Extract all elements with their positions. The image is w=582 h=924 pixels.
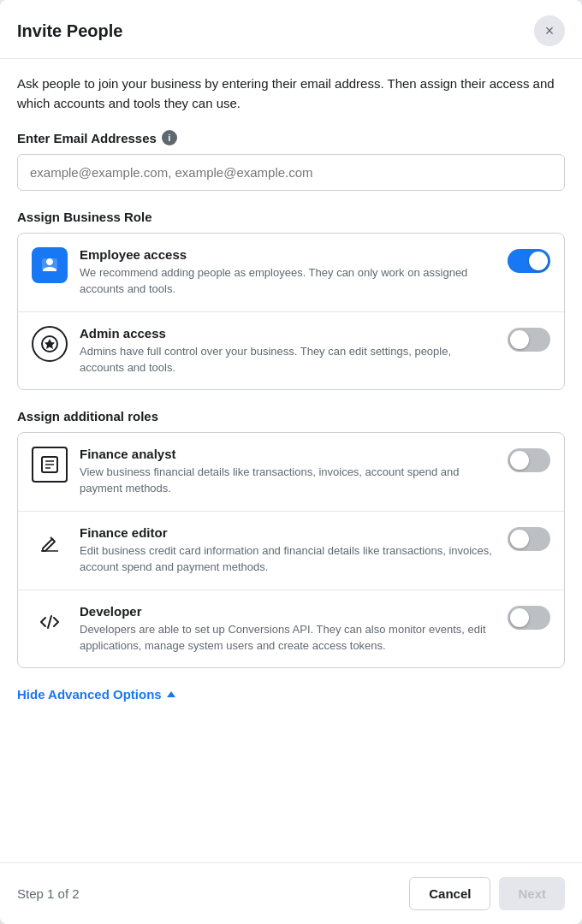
role-item-finance-editor: Finance editor Edit business credit card… [18, 512, 564, 590]
email-label-text: Enter Email Addresses [17, 131, 157, 145]
finance-analyst-toggle-knob [510, 451, 529, 470]
finance-editor-toggle-wrap [508, 525, 550, 551]
admin-role-desc: Admins have full control over your busin… [80, 344, 496, 376]
business-roles-box: Employee access We recommend adding peop… [17, 233, 565, 390]
footer-buttons: Cancel Next [409, 877, 565, 910]
role-item-finance-analyst: Finance analyst View business financial … [18, 433, 564, 512]
role-item-developer: Developer Developers are able to set up … [18, 590, 564, 668]
finance-editor-desc: Edit business credit card information an… [80, 543, 496, 576]
modal-title: Invite People [17, 21, 122, 41]
cancel-button[interactable]: Cancel [409, 877, 490, 910]
finance-analyst-toggle[interactable] [508, 448, 550, 472]
modal-footer: Step 1 of 2 Cancel Next [0, 862, 582, 924]
finance-editor-icon [32, 525, 68, 561]
business-role-label-text: Assign Business Role [17, 210, 152, 224]
developer-name: Developer [80, 604, 496, 619]
admin-toggle[interactable] [508, 328, 550, 352]
finance-analyst-name: Finance analyst [80, 447, 496, 461]
employee-toggle-wrap [508, 247, 550, 273]
admin-toggle-knob [510, 330, 529, 349]
finance-editor-toggle-knob [510, 530, 529, 548]
employee-toggle[interactable] [508, 249, 550, 273]
close-button[interactable]: × [534, 15, 565, 46]
modal-header: Invite People × [0, 0, 582, 59]
svg-marker-2 [45, 339, 55, 349]
next-button[interactable]: Next [499, 877, 565, 910]
modal-body: Ask people to join your business by ente… [0, 59, 582, 862]
finance-editor-name: Finance editor [80, 525, 496, 540]
finance-analyst-content: Finance analyst View business financial … [80, 447, 496, 497]
info-icon[interactable]: i [162, 130, 177, 145]
chevron-up-icon [167, 691, 175, 697]
developer-content: Developer Developers are able to set up … [80, 604, 496, 654]
hide-advanced-label: Hide Advanced Options [17, 687, 162, 702]
role-item-employee: Employee access We recommend adding peop… [18, 234, 564, 312]
employee-icon [32, 247, 68, 283]
developer-desc: Developers are able to set up Conversion… [80, 622, 496, 654]
developer-toggle[interactable] [508, 606, 550, 630]
developer-toggle-wrap [508, 604, 550, 630]
employee-role-content: Employee access We recommend adding peop… [80, 247, 496, 298]
admin-role-name: Admin access [80, 326, 496, 341]
finance-analyst-toggle-wrap [508, 447, 550, 472]
finance-editor-toggle[interactable] [508, 527, 550, 551]
developer-icon [32, 604, 68, 640]
svg-line-8 [48, 616, 51, 628]
role-item-admin: Admin access Admins have full control ov… [18, 312, 564, 390]
additional-roles-box: Finance analyst View business financial … [17, 432, 565, 668]
finance-editor-content: Finance editor Edit business credit card… [80, 525, 496, 576]
admin-toggle-wrap [508, 326, 550, 352]
hide-advanced-button[interactable]: Hide Advanced Options [17, 687, 175, 702]
employee-role-name: Employee access [80, 247, 496, 262]
step-text: Step 1 of 2 [17, 886, 80, 901]
additional-roles-label-text: Assign additional roles [17, 409, 158, 424]
description-text: Ask people to join your business by ente… [17, 74, 565, 113]
admin-icon [32, 326, 68, 362]
business-role-label: Assign Business Role [17, 210, 565, 224]
developer-toggle-knob [510, 608, 529, 627]
email-input[interactable] [17, 154, 565, 191]
employee-toggle-knob [529, 252, 548, 270]
finance-analyst-desc: View business financial details like tra… [80, 465, 496, 497]
employee-role-desc: We recommend adding people as employees.… [80, 265, 496, 298]
admin-role-content: Admin access Admins have full control ov… [80, 326, 496, 376]
additional-roles-label: Assign additional roles [17, 409, 565, 424]
invite-people-modal: Invite People × Ask people to join your … [0, 0, 582, 924]
email-section-label: Enter Email Addresses i [17, 130, 565, 145]
finance-analyst-icon [32, 447, 68, 483]
